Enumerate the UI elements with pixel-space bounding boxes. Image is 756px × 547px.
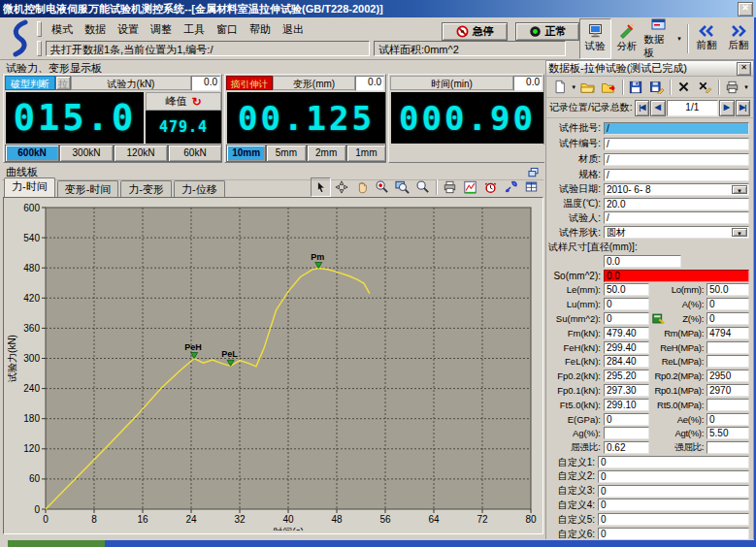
print-tool-button[interactable]	[440, 177, 460, 197]
field-input[interactable]: 284.40	[604, 355, 649, 368]
range-button-10mm[interactable]: 10mm	[226, 145, 266, 162]
datasheet-close-button[interactable]: ✕	[737, 62, 751, 76]
tab-力-位移[interactable]: 力-位移	[174, 180, 225, 198]
new-record-button[interactable]	[549, 78, 570, 97]
field-input[interactable]: 2970	[707, 384, 749, 397]
extensometer-button[interactable]: 摘引伸计	[226, 76, 273, 90]
record-prev-button[interactable]: ◀	[650, 100, 666, 116]
menu-item-3[interactable]: 设置	[112, 21, 145, 38]
field-input[interactable]: 299.40	[604, 341, 649, 354]
pan-tool-button[interactable]	[351, 177, 372, 197]
test-button[interactable]: 试验	[579, 18, 611, 59]
so-area-field[interactable]: 0.0	[604, 270, 749, 282]
data-table-tool-button[interactable]	[521, 177, 542, 197]
field-input[interactable]: 0	[604, 298, 649, 310]
delete-record-button[interactable]	[695, 78, 715, 97]
record-last-button[interactable]: ▶|	[736, 100, 751, 116]
field-input[interactable]: /	[604, 138, 749, 150]
field-input[interactable]: 50.0	[707, 283, 749, 296]
menu-item-2[interactable]: 数据	[79, 21, 112, 38]
estop-button[interactable]: 急停	[442, 22, 508, 41]
field-input[interactable]	[604, 427, 649, 439]
print-button[interactable]	[722, 78, 742, 97]
field-input[interactable]	[707, 355, 749, 368]
menu-item-5[interactable]: 工具	[178, 21, 211, 38]
dropdown-arrow-icon[interactable]: ▼	[732, 185, 747, 194]
field-input[interactable]: 4794	[707, 327, 749, 339]
field-input[interactable]: 50.0	[604, 283, 649, 296]
field-input[interactable]: 0	[598, 470, 749, 483]
field-input[interactable]: 295.20	[604, 370, 649, 382]
range-button-600kN[interactable]: 600kN	[5, 145, 59, 162]
export-button[interactable]	[599, 78, 619, 97]
field-input[interactable]: 0	[598, 513, 749, 526]
dropdown-field[interactable]: 圆材▼	[604, 226, 749, 239]
open-button[interactable]	[577, 78, 598, 97]
tab-变形-时间[interactable]: 变形-时间	[57, 180, 119, 198]
menu-item-8[interactable]: 退出	[277, 21, 310, 38]
field-input[interactable]: /	[604, 122, 749, 135]
range-button-300kN[interactable]: 300kN	[59, 145, 114, 162]
field-input[interactable]	[707, 441, 749, 454]
field-input[interactable]: 0	[598, 499, 749, 511]
field-input[interactable]: 479.40	[604, 327, 649, 339]
zoom-in-tool-button[interactable]	[372, 177, 392, 197]
field-input[interactable]: 0	[707, 413, 749, 426]
menu-item-1[interactable]: 模式	[46, 21, 79, 38]
record-first-button[interactable]: |◀	[635, 100, 650, 116]
field-input[interactable]: 299.10	[604, 399, 649, 411]
range-button-120kN[interactable]: 120kN	[114, 145, 168, 162]
range-button-5mm[interactable]: 5mm	[266, 145, 306, 162]
peak-reset-icon[interactable]: ↻	[191, 96, 201, 108]
field-input[interactable]: /	[604, 211, 749, 224]
probe-tool-button[interactable]	[501, 177, 521, 197]
calculator-icon[interactable]	[652, 312, 665, 325]
field-input[interactable]: 0	[598, 485, 749, 498]
menu-item-4[interactable]: 调整	[145, 21, 178, 38]
record-next-button[interactable]: ▶	[719, 100, 735, 116]
dropdown-arrow-icon[interactable]: ▼	[732, 228, 747, 237]
field-input[interactable]: 0	[604, 312, 649, 325]
curve-options-tool-button[interactable]	[460, 177, 480, 197]
page-prev-button[interactable]: 前翻	[691, 18, 723, 59]
move-tool-button[interactable]	[331, 177, 351, 197]
break-judge-button[interactable]: 破型判断	[5, 76, 55, 90]
tension-mode-button[interactable]: 拉	[55, 76, 71, 90]
save-as-button[interactable]	[646, 78, 667, 97]
page-next-button[interactable]: 后翻	[722, 18, 754, 59]
range-button-2mm[interactable]: 2mm	[307, 145, 346, 162]
menu-item-7[interactable]: 帮助	[244, 21, 277, 38]
tab-力-时间[interactable]: 力-时间	[4, 177, 55, 197]
diameter-input[interactable]: 0.0	[604, 255, 681, 268]
field-input[interactable]: 0	[707, 312, 749, 325]
field-input[interactable]: 297.30	[604, 384, 649, 397]
field-input[interactable]: 0.62	[604, 441, 649, 454]
field-input[interactable]: 20.0	[604, 198, 749, 210]
field-input[interactable]: 0	[598, 456, 749, 468]
databoard-button[interactable]: 数据板	[642, 18, 674, 59]
field-input[interactable]	[707, 341, 749, 354]
analyze-button[interactable]: 分析	[611, 18, 643, 59]
cursor-tool-button[interactable]	[311, 177, 331, 197]
field-input[interactable]: 0	[604, 413, 649, 426]
databoard-dropdown-arrow[interactable]: ▼	[676, 36, 682, 42]
print-dropdown-arrow[interactable]: ▼	[743, 84, 749, 90]
range-button-1mm[interactable]: 1mm	[346, 145, 386, 162]
dropdown-field[interactable]: 2010- 6- 8▼	[604, 183, 749, 196]
field-input[interactable]: 2950	[707, 370, 749, 382]
timer-tool-button[interactable]	[480, 177, 501, 197]
field-input[interactable]: 0	[707, 298, 749, 310]
window-close-button[interactable]: ✕	[738, 2, 753, 16]
delete-button[interactable]	[674, 78, 694, 97]
save-button[interactable]	[626, 78, 646, 97]
field-input[interactable]: 5.50	[707, 427, 749, 439]
zoom-out-tool-button[interactable]	[412, 177, 433, 197]
new-record-dropdown-arrow[interactable]: ▼	[571, 84, 576, 90]
zoom-window-tool-button[interactable]	[392, 177, 412, 197]
field-input[interactable]	[707, 399, 749, 411]
field-input[interactable]: /	[604, 153, 749, 166]
field-input[interactable]: /	[604, 169, 749, 181]
menu-item-6[interactable]: 窗口	[211, 21, 244, 38]
tab-力-变形[interactable]: 力-变形	[120, 180, 172, 198]
normal-status-button[interactable]: 正常	[515, 22, 579, 41]
